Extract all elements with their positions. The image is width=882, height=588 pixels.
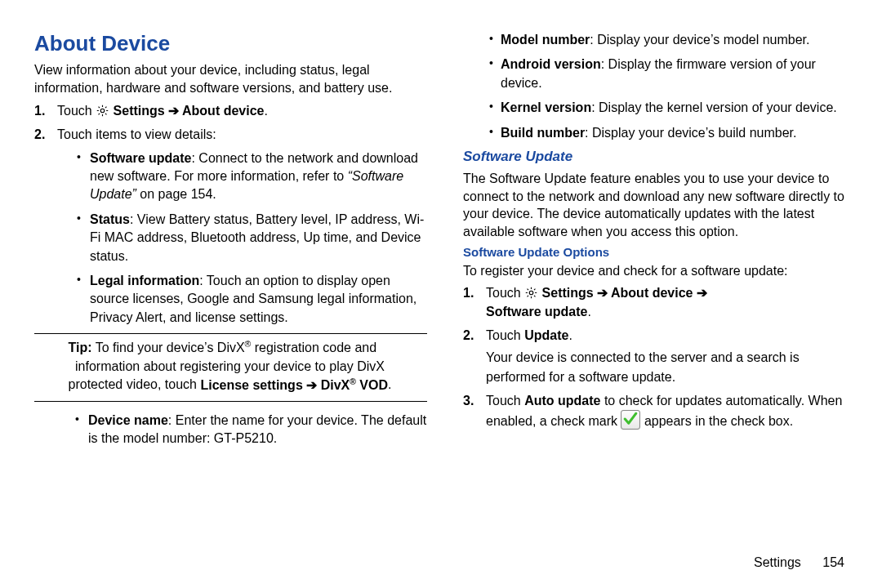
bullet-status: Status: View Battery status, Battery lev… bbox=[90, 211, 427, 265]
gear-icon bbox=[96, 104, 109, 118]
footer-page-number: 154 bbox=[822, 555, 844, 569]
heading-about-device: About Device bbox=[34, 31, 427, 56]
intro-paragraph: View information about your device, incl… bbox=[34, 61, 427, 96]
step-1: Touch Settings ➔ About device. bbox=[57, 101, 427, 120]
bullet-android-version: Android version: Display the firmware ve… bbox=[501, 56, 856, 92]
svg-point-0 bbox=[100, 109, 105, 113]
right-column: Model number: Display your device’s mode… bbox=[445, 31, 856, 580]
bullet-device-name: Device name: Enter the name for your dev… bbox=[88, 412, 427, 448]
heading-software-update-options: Software Update Options bbox=[463, 245, 856, 259]
bullet-model-number: Model number: Display your device’s mode… bbox=[501, 31, 856, 49]
device-name-bullet-list: Device name: Enter the name for your dev… bbox=[34, 412, 427, 448]
svg-point-1 bbox=[529, 291, 533, 295]
gear-icon bbox=[524, 286, 538, 300]
heading-software-update: Software Update bbox=[463, 149, 856, 165]
bullet-kernel-version: Kernel version: Display the kernel versi… bbox=[501, 99, 856, 117]
software-update-paragraph: The Software Update feature enables you … bbox=[463, 170, 856, 240]
page-footer: Settings 154 bbox=[754, 555, 844, 570]
details-bullets: Software update: Connect to the network … bbox=[57, 149, 427, 327]
su-step-3: Touch Auto update to check for updates a… bbox=[486, 391, 856, 430]
bullet-software-update: Software update: Connect to the network … bbox=[90, 149, 427, 204]
left-column: About Device View information about your… bbox=[34, 31, 445, 580]
tip-box: Tip: To find your device’s DivX® registr… bbox=[34, 333, 427, 402]
step-2: Touch items to view details: Software up… bbox=[57, 125, 427, 327]
bullet-build-number: Build number: Display your device’s buil… bbox=[501, 124, 856, 142]
su-step-2: Touch Update. Your device is connected t… bbox=[486, 326, 856, 386]
su-step-1: Touch Settings ➔ About device ➔ Software… bbox=[486, 283, 856, 321]
info-bullets: Model number: Display your device’s mode… bbox=[463, 31, 856, 142]
footer-section-label: Settings bbox=[754, 555, 801, 569]
bullet-legal-information: Legal information: Touch an option to di… bbox=[90, 272, 427, 327]
checkmark-icon bbox=[621, 410, 640, 430]
steps-list-left: Touch Settings ➔ About device. Touch ite… bbox=[34, 101, 427, 327]
register-text: To register your device and check for a … bbox=[463, 262, 856, 280]
steps-list-right: Touch Settings ➔ About device ➔ Software… bbox=[463, 283, 856, 430]
